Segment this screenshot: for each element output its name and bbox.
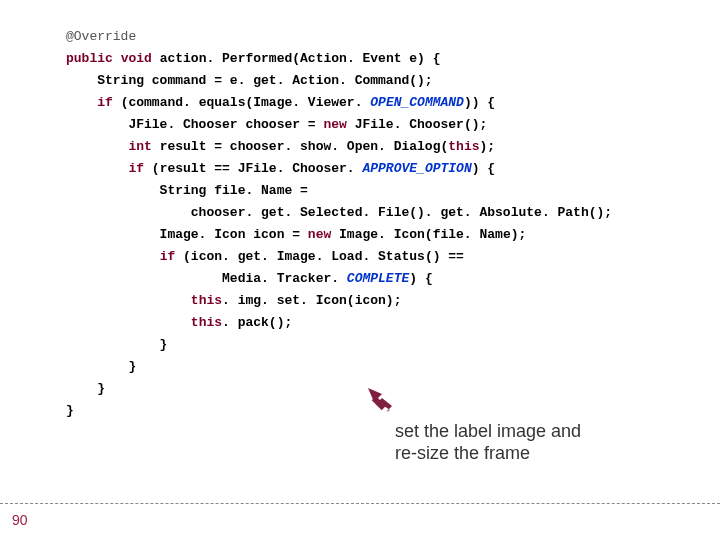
kw-this: this <box>448 139 479 154</box>
arrow-icon <box>368 388 394 414</box>
divider-dashed <box>0 503 720 504</box>
code-block: @Override public void action. Performed(… <box>66 26 612 422</box>
kw-if: if <box>97 95 113 110</box>
const-approve-option: APPROVE_OPTION <box>362 161 471 176</box>
callout-line1: set the label image and <box>395 420 581 442</box>
callout-text: set the label image and re-size the fram… <box>395 420 581 464</box>
line-command-decl: String command = e. get. Action. Command… <box>66 73 433 88</box>
kw-this: this <box>191 293 222 308</box>
const-complete: COMPLETE <box>347 271 409 286</box>
line-getpath: chooser. get. Selected. File(). get. Abs… <box>66 205 612 220</box>
close-brace: } <box>66 359 136 374</box>
close-brace: } <box>66 403 74 418</box>
slide-number: 90 <box>12 512 28 528</box>
kw-public: public <box>66 51 113 66</box>
line-filename-decl: String file. Name = <box>66 183 308 198</box>
close-brace: } <box>66 337 167 352</box>
kw-this: this <box>191 315 222 330</box>
callout-line2: re-size the frame <box>395 442 581 464</box>
close-brace: } <box>66 381 105 396</box>
kw-int: int <box>128 139 151 154</box>
const-open-command: OPEN_COMMAND <box>370 95 464 110</box>
kw-void: void <box>121 51 152 66</box>
kw-if: if <box>160 249 176 264</box>
annotation-override: @Override <box>66 29 136 44</box>
kw-new: new <box>308 227 331 242</box>
kw-if: if <box>128 161 144 176</box>
kw-new: new <box>323 117 346 132</box>
